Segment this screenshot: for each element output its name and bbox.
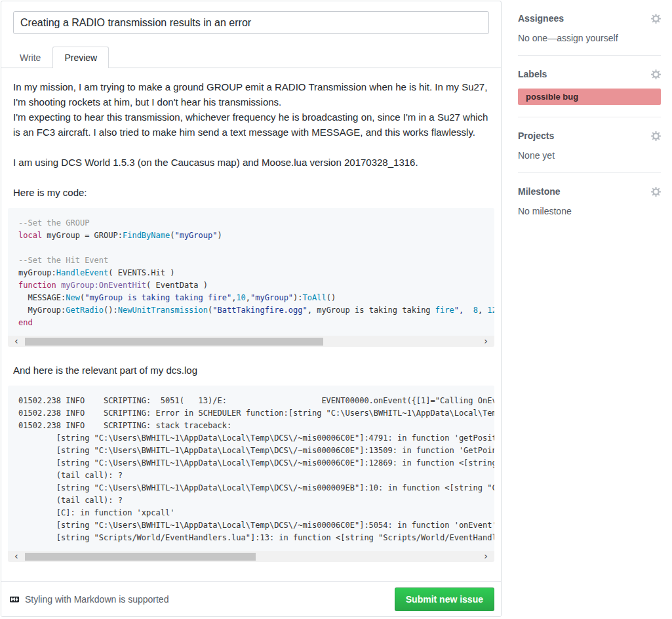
scroll-left-icon[interactable]: ‹ [8, 551, 25, 562]
tab-preview[interactable]: Preview [52, 47, 109, 68]
markdown-support-note[interactable]: Styling with Markdown is supported [8, 594, 168, 605]
projects-empty-text: None yet [518, 150, 661, 161]
assignees-empty-text: No one— [518, 33, 557, 43]
scrollbar-thumb[interactable] [25, 338, 323, 346]
issue-body-paragraph-4: And here is the relevant part of my dcs.… [13, 363, 489, 378]
milestone-heading: Milestone [518, 186, 561, 197]
issue-body-paragraph-3: Here is my code: [13, 185, 489, 200]
issue-body-paragraph-2: I am using DCS World 1.5.3 (on the Cauca… [13, 155, 489, 170]
submit-new-issue-button[interactable]: Submit new issue [395, 588, 494, 611]
sidebar-section-labels: Labels possible bug [518, 56, 661, 117]
log-horizontal-scrollbar[interactable]: ‹ › [8, 551, 494, 562]
gear-icon [651, 70, 661, 79]
projects-heading: Projects [518, 130, 554, 141]
new-issue-panel: Write Preview In my mission, I am trying… [1, 1, 502, 617]
sidebar-section-assignees: Assignees No one—assign yourself [518, 0, 661, 56]
assign-yourself-link[interactable]: assign yourself [557, 33, 618, 43]
projects-gear-button[interactable] [651, 131, 661, 141]
sidebar-section-projects: Projects None yet [518, 117, 661, 173]
scroll-right-icon[interactable]: › [477, 336, 494, 347]
dcs-log-block: 01502.238 INFO SCRIPTING: 5051( 13)/E: E… [8, 386, 494, 562]
scrollbar-track[interactable] [25, 553, 477, 561]
gear-icon [651, 14, 661, 24]
code-block-lines: --Set the GROUPlocal myGroup = GROUP:Fin… [18, 217, 494, 329]
paragraph-1-line-2: I'm expecting to hear this transmission,… [13, 111, 488, 138]
labels-gear-button[interactable] [651, 70, 661, 79]
gear-icon [651, 131, 661, 141]
gear-icon [651, 187, 661, 197]
scroll-left-icon[interactable]: ‹ [8, 336, 25, 347]
issue-form-footer: Styling with Markdown is supported Submi… [1, 581, 501, 616]
issue-sidebar: Assignees No one—assign yourself [518, 0, 661, 228]
scroll-right-icon[interactable]: › [477, 551, 494, 562]
write-preview-tabs: Write Preview [1, 47, 501, 68]
assignees-heading: Assignees [518, 13, 564, 24]
label-possible-bug[interactable]: possible bug [518, 89, 661, 105]
assignees-gear-button[interactable] [651, 14, 661, 24]
labels-heading: Labels [518, 69, 547, 79]
preview-pane: In my mission, I am trying to make a gro… [1, 68, 501, 562]
lua-code-block: --Set the GROUPlocal myGroup = GROUP:Fin… [8, 208, 494, 347]
sidebar-section-milestone: Milestone No milestone [518, 173, 661, 228]
issue-title-input[interactable] [13, 11, 489, 34]
code-horizontal-scrollbar[interactable]: ‹ › [8, 336, 494, 347]
log-block-lines: 01502.238 INFO SCRIPTING: 5051( 13)/E: E… [18, 395, 494, 544]
milestone-gear-button[interactable] [651, 187, 661, 197]
issue-title-wrap [1, 1, 501, 34]
markdown-note-text: Styling with Markdown is supported [25, 594, 168, 605]
milestone-empty-text: No milestone [518, 206, 661, 216]
scrollbar-thumb[interactable] [25, 553, 256, 561]
tab-write[interactable]: Write [8, 47, 52, 68]
paragraph-1-line-1: In my mission, I am trying to make a gro… [13, 81, 487, 108]
markdown-icon [8, 595, 21, 604]
issue-body-paragraph-1: In my mission, I am trying to make a gro… [13, 79, 489, 140]
scrollbar-track[interactable] [25, 338, 477, 346]
